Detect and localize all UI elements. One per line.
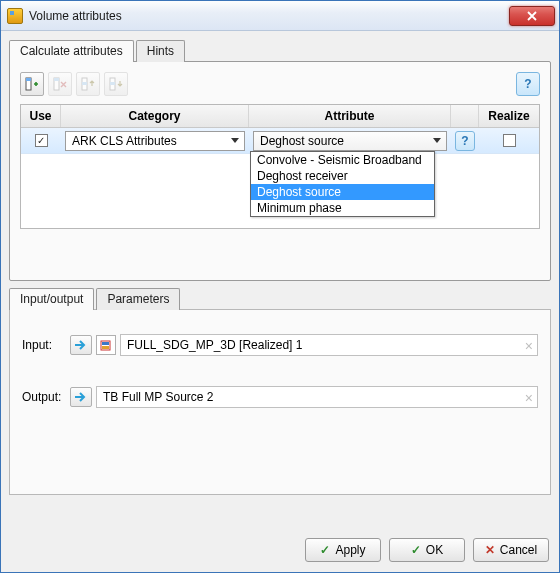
titlebar[interactable]: Volume attributes: [1, 1, 559, 31]
window-title: Volume attributes: [29, 9, 509, 23]
arrow-right-icon: [74, 391, 88, 403]
col-header-realize[interactable]: Realize: [479, 105, 539, 127]
remove-row-icon: [53, 77, 67, 91]
attribute-option[interactable]: Deghost receiver: [251, 168, 434, 184]
remove-row-button[interactable]: [48, 72, 72, 96]
apply-button[interactable]: ✓Apply: [305, 538, 381, 562]
volume-attributes-window: Volume attributes Calculate attributes H…: [0, 0, 560, 573]
attribute-value: Deghost source: [260, 134, 344, 148]
category-combo[interactable]: ARK CLS Attributes: [65, 131, 245, 151]
input-clear-button[interactable]: ×: [525, 338, 533, 354]
cell-attribute: Deghost source: [249, 131, 451, 151]
volume-icon: [96, 335, 116, 355]
move-down-icon: [109, 77, 123, 91]
attributes-toolbar: ?: [20, 72, 540, 96]
grid-header: Use Category Attribute Realize: [21, 105, 539, 128]
attribute-option[interactable]: Convolve - Seismic Broadband: [251, 152, 434, 168]
attribute-option[interactable]: Deghost source: [251, 184, 434, 200]
tab-parameters[interactable]: Parameters: [96, 288, 180, 310]
main-tabs: Calculate attributes Hints: [9, 40, 551, 62]
col-header-category[interactable]: Category: [61, 105, 249, 127]
tab-input-output[interactable]: Input/output: [9, 288, 94, 310]
svg-rect-5: [82, 82, 87, 85]
col-header-use[interactable]: Use: [21, 105, 61, 127]
input-label: Input:: [22, 338, 70, 352]
window-close-button[interactable]: [509, 6, 555, 26]
attribute-option[interactable]: Minimum phase: [251, 200, 434, 216]
move-down-button[interactable]: [104, 72, 128, 96]
ok-button[interactable]: ✓OK: [389, 538, 465, 562]
input-value: FULL_SDG_MP_3D [Realized] 1: [127, 338, 302, 352]
output-value: TB Full MP Source 2: [103, 390, 213, 404]
move-up-icon: [81, 77, 95, 91]
svg-rect-10: [102, 346, 109, 349]
close-icon: [527, 11, 537, 21]
chevron-down-icon: [430, 134, 444, 148]
move-up-button[interactable]: [76, 72, 100, 96]
tab-calculate-attributes[interactable]: Calculate attributes: [9, 40, 134, 62]
volume-cube-icon: [99, 338, 113, 352]
use-checkbox[interactable]: [35, 134, 48, 147]
cell-help: ?: [451, 131, 479, 151]
cell-use: [21, 134, 61, 147]
svg-rect-7: [110, 82, 115, 85]
realize-checkbox[interactable]: [503, 134, 516, 147]
panel-help-button[interactable]: ?: [516, 72, 540, 96]
tab-hints[interactable]: Hints: [136, 40, 185, 62]
io-panel: Input: FULL_SDG_MP_3D [Realized] 1 × Out…: [9, 309, 551, 495]
check-icon: ✓: [320, 543, 330, 557]
add-row-button[interactable]: [20, 72, 44, 96]
arrow-right-icon: [74, 339, 88, 351]
row-help-button[interactable]: ?: [455, 131, 475, 151]
svg-rect-1: [26, 78, 31, 81]
category-value: ARK CLS Attributes: [72, 134, 177, 148]
svg-rect-9: [102, 342, 109, 345]
input-row: Input: FULL_SDG_MP_3D [Realized] 1 ×: [22, 334, 538, 356]
add-row-icon: [25, 77, 39, 91]
check-icon: ✓: [411, 543, 421, 557]
attribute-dropdown[interactable]: Convolve - Seismic BroadbandDeghost rece…: [250, 151, 435, 217]
sub-tabs: Input/output Parameters: [9, 288, 551, 310]
svg-rect-3: [54, 78, 59, 81]
cell-category: ARK CLS Attributes: [61, 131, 249, 151]
dialog-footer: ✓Apply ✓OK ✕Cancel: [1, 528, 559, 572]
input-field[interactable]: FULL_SDG_MP_3D [Realized] 1 ×: [120, 334, 538, 356]
output-row: Output: TB Full MP Source 2 ×: [22, 386, 538, 408]
col-header-help: [451, 105, 479, 127]
col-header-attribute[interactable]: Attribute: [249, 105, 451, 127]
output-label: Output:: [22, 390, 70, 404]
output-clear-button[interactable]: ×: [525, 390, 533, 406]
cancel-button[interactable]: ✕Cancel: [473, 538, 549, 562]
app-icon: [7, 8, 23, 24]
output-pick-button[interactable]: [70, 387, 92, 407]
attribute-combo[interactable]: Deghost source: [253, 131, 447, 151]
input-pick-button[interactable]: [70, 335, 92, 355]
cross-icon: ✕: [485, 543, 495, 557]
output-field[interactable]: TB Full MP Source 2 ×: [96, 386, 538, 408]
calculate-panel: ? Use Category Attribute Realize A: [9, 61, 551, 281]
chevron-down-icon: [228, 134, 242, 148]
cell-realize: [479, 134, 539, 147]
client-area: Calculate attributes Hints: [1, 31, 559, 528]
